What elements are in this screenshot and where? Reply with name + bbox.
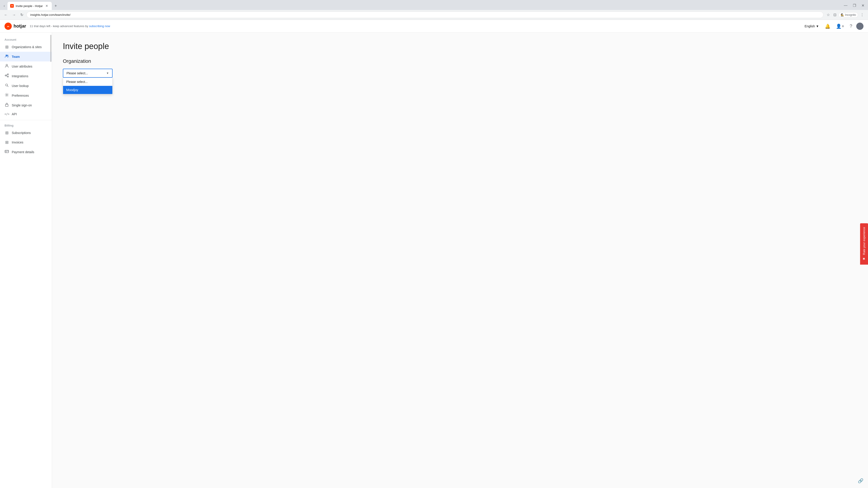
svg-rect-13 xyxy=(5,150,8,153)
svg-point-6 xyxy=(7,76,8,77)
sidebar-item-organizations[interactable]: ⊞ Organizations & sites xyxy=(0,42,52,52)
svg-line-7 xyxy=(6,74,7,75)
lang-chevron-icon: ▼ xyxy=(816,24,819,28)
top-bar-actions: English ▼ 🔔 👤+ ? xyxy=(803,22,864,30)
sidebar-item-user-attributes[interactable]: User attributes xyxy=(0,61,52,71)
dropdown-option-please-select[interactable]: Please select... xyxy=(63,78,112,86)
add-user-icon: 👤+ xyxy=(836,24,844,29)
url-bar[interactable]: insights.hotjar.com/team/invite/ xyxy=(26,11,824,18)
dropdown-option-moodjoy[interactable]: Moodjoy xyxy=(63,86,112,94)
extension-button[interactable]: ⊡ xyxy=(832,11,838,18)
back-button[interactable]: ← xyxy=(3,11,9,18)
window-controls: — ❐ ✕ xyxy=(842,2,866,9)
notifications-button[interactable]: 🔔 xyxy=(824,22,832,30)
sidebar-item-payment[interactable]: Payment details xyxy=(0,147,52,157)
user-attributes-icon xyxy=(4,64,9,69)
logo-text: hotjar xyxy=(13,24,26,29)
sidebar-item-invoices[interactable]: ⊞ Invoices xyxy=(0,138,52,147)
tab-nav-prev[interactable]: ‹ xyxy=(2,2,6,9)
organization-dropdown-wrapper: Please select... ▼ Please select... Mood… xyxy=(63,69,113,78)
sidebar-item-label: API xyxy=(12,112,17,116)
invoices-icon: ⊞ xyxy=(4,140,9,145)
preferences-icon xyxy=(4,93,9,98)
sidebar: Account ⊞ Organizations & sites Team xyxy=(0,33,52,488)
sidebar-item-label: Organizations & sites xyxy=(12,45,41,49)
svg-point-5 xyxy=(7,74,8,75)
link-icon[interactable]: 🔗 xyxy=(858,478,864,484)
sidebar-billing-section: Billing xyxy=(0,122,52,128)
top-bar: hotjar 11 trial days left - keep advance… xyxy=(0,20,868,33)
dropdown-selected-text: Please select... xyxy=(66,71,88,75)
sidebar-item-preferences[interactable]: Preferences xyxy=(0,91,52,100)
user-lookup-icon xyxy=(4,83,9,88)
sidebar-item-label: Subscriptions xyxy=(12,131,31,135)
tab-favicon: H xyxy=(10,4,14,8)
api-icon: </> xyxy=(4,112,9,116)
dropdown-option-label: Moodjoy xyxy=(66,88,78,92)
browser-actions: ☆ ⊡ 🕵 Incognito ⋮ xyxy=(825,11,865,18)
app-container: hotjar 11 trial days left - keep advance… xyxy=(0,20,868,488)
organizations-icon: ⊞ xyxy=(4,44,9,50)
svg-point-4 xyxy=(5,75,6,76)
forward-button[interactable]: → xyxy=(11,11,17,18)
reload-button[interactable]: ↻ xyxy=(19,11,25,18)
incognito-badge: 🕵 Incognito xyxy=(839,12,858,18)
rate-experience-tab[interactable]: ★ Rate your experience xyxy=(860,223,868,265)
maximize-button[interactable]: ❐ xyxy=(851,2,858,8)
tab-close-button[interactable]: ✕ xyxy=(44,4,49,8)
main-layout: Account ⊞ Organizations & sites Team xyxy=(0,33,868,488)
dropdown-option-label: Please select... xyxy=(66,80,88,84)
subscriptions-icon: ⊞ xyxy=(4,130,9,135)
browser-tab-active[interactable]: H Invite people - Hotjar ✕ xyxy=(7,2,52,10)
add-user-button[interactable]: 👤+ xyxy=(835,22,846,30)
sidebar-scroll-handle xyxy=(51,35,51,62)
close-button[interactable]: ✕ xyxy=(860,2,866,8)
sidebar-item-sso[interactable]: Single sign-on xyxy=(0,100,52,110)
trial-banner: 11 trial days left - keep advanced featu… xyxy=(30,24,799,28)
new-tab-button[interactable]: + xyxy=(53,2,59,10)
sidebar-item-label: Team xyxy=(12,55,20,59)
rate-experience-label: Rate your experience xyxy=(862,227,866,255)
logo-icon xyxy=(4,23,12,30)
sidebar-divider xyxy=(0,120,52,120)
svg-rect-12 xyxy=(5,104,8,106)
svg-point-3 xyxy=(6,64,8,66)
language-label: English xyxy=(804,24,815,28)
sidebar-item-label: Preferences xyxy=(12,94,29,97)
sidebar-item-label: Invoices xyxy=(12,140,23,144)
sidebar-item-label: Single sign-on xyxy=(12,103,32,107)
notifications-icon: 🔔 xyxy=(825,24,831,29)
sidebar-item-label: User lookup xyxy=(12,84,29,88)
sidebar-item-integrations[interactable]: Integrations xyxy=(0,71,52,81)
user-avatar[interactable] xyxy=(856,23,864,30)
sidebar-item-user-lookup[interactable]: User lookup xyxy=(0,81,52,91)
sidebar-item-api[interactable]: </> API xyxy=(0,110,52,118)
minimize-button[interactable]: — xyxy=(842,2,849,8)
organization-dropdown-trigger[interactable]: Please select... ▼ xyxy=(63,69,113,78)
help-button[interactable]: ? xyxy=(848,22,854,30)
sidebar-item-label: User attributes xyxy=(12,65,32,68)
svg-line-10 xyxy=(7,86,8,87)
tab-bar: ‹ H Invite people - Hotjar ✕ + — ❐ ✕ xyxy=(0,0,868,10)
language-selector[interactable]: English ▼ xyxy=(803,24,821,29)
svg-point-2 xyxy=(7,55,8,56)
help-icon: ? xyxy=(850,24,852,29)
menu-button[interactable]: ⋮ xyxy=(859,11,865,18)
trial-link[interactable]: subscribing now xyxy=(89,24,110,28)
rate-experience-icon: ★ xyxy=(862,257,866,261)
sidebar-item-label: Payment details xyxy=(12,150,34,154)
team-icon xyxy=(4,54,9,59)
sidebar-item-team[interactable]: Team xyxy=(0,52,52,61)
svg-point-11 xyxy=(6,94,7,96)
sidebar-item-subscriptions[interactable]: ⊞ Subscriptions xyxy=(0,128,52,138)
bookmark-button[interactable]: ☆ xyxy=(825,11,831,18)
organization-dropdown-menu: Please select... Moodjoy xyxy=(63,78,113,94)
svg-point-9 xyxy=(6,84,8,86)
svg-line-8 xyxy=(6,76,7,76)
svg-point-1 xyxy=(6,55,7,56)
logo[interactable]: hotjar xyxy=(4,23,26,30)
url-text: insights.hotjar.com/team/invite/ xyxy=(30,13,70,17)
browser-chrome: ‹ H Invite people - Hotjar ✕ + — ❐ ✕ ← →… xyxy=(0,0,868,20)
sidebar-account-section: Account xyxy=(0,36,52,42)
payment-icon xyxy=(4,149,9,155)
